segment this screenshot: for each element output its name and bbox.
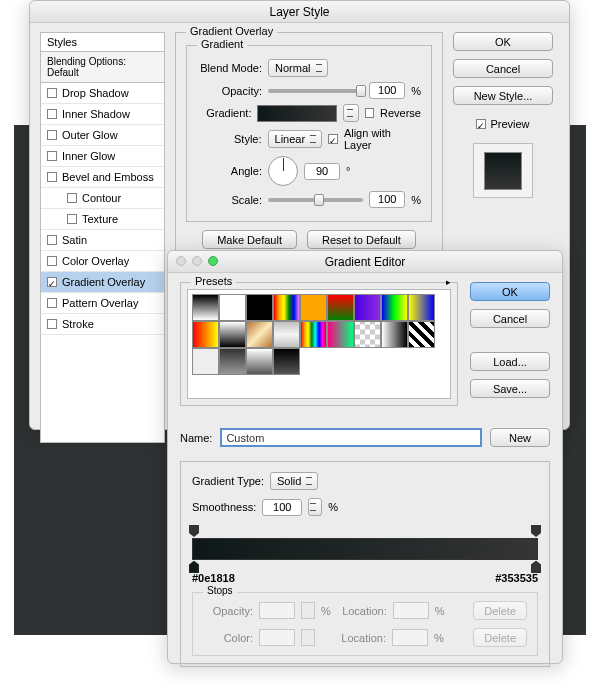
effect-row-texture[interactable]: Texture (41, 209, 164, 230)
preset-swatch-9[interactable] (192, 321, 219, 348)
blending-options-row[interactable]: Blending Options: Default (40, 51, 165, 83)
delete-opacity-stop-button: Delete (473, 601, 527, 620)
right-stop-hex: #353535 (495, 572, 538, 584)
smoothness-stepper[interactable] (308, 498, 322, 516)
preset-swatch-12[interactable] (273, 321, 300, 348)
effect-row-inner-glow[interactable]: Inner Glow (41, 146, 164, 167)
ge-load-button[interactable]: Load... (470, 352, 550, 371)
preset-swatch-18[interactable] (192, 348, 219, 375)
preset-swatch-14[interactable] (327, 321, 354, 348)
preset-swatch-8[interactable] (408, 294, 435, 321)
smoothness-value[interactable]: 100 (262, 499, 302, 516)
effect-checkbox[interactable] (47, 88, 57, 98)
angle-value[interactable]: 90 (304, 163, 340, 180)
stop-location-unit-2: % (434, 632, 444, 644)
effect-row-drop-shadow[interactable]: Drop Shadow (41, 83, 164, 104)
scale-value[interactable]: 100 (369, 191, 405, 208)
scale-slider[interactable] (268, 198, 363, 202)
preset-swatch-6[interactable] (354, 294, 381, 321)
preset-swatch-0[interactable] (192, 294, 219, 321)
effect-checkbox[interactable] (47, 298, 57, 308)
new-preset-button[interactable]: New (490, 428, 550, 447)
effect-checkbox[interactable] (47, 319, 57, 329)
preset-swatch-4[interactable] (300, 294, 327, 321)
ge-ok-button[interactable]: OK (470, 282, 550, 301)
effect-checkbox[interactable] (47, 256, 57, 266)
preset-swatch-17[interactable] (408, 321, 435, 348)
effect-checkbox[interactable] (47, 109, 57, 119)
name-input[interactable]: Custom (220, 428, 482, 447)
effect-row-gradient-overlay[interactable]: Gradient Overlay (41, 272, 164, 293)
ge-save-button[interactable]: Save... (470, 379, 550, 398)
stop-opacity-stepper (301, 602, 315, 619)
make-default-button[interactable]: Make Default (202, 230, 297, 249)
presets-menu-icon[interactable]: ▸ (446, 277, 451, 287)
svg-marker-2 (189, 561, 199, 573)
ok-button[interactable]: OK (453, 32, 553, 51)
close-window-icon[interactable] (176, 256, 186, 266)
reset-default-button[interactable]: Reset to Default (307, 230, 416, 249)
color-stop-left[interactable] (189, 561, 199, 573)
preset-swatch-1[interactable] (219, 294, 246, 321)
effect-label: Texture (82, 213, 118, 225)
preset-swatch-13[interactable] (300, 321, 327, 348)
opacity-value[interactable]: 100 (369, 82, 405, 99)
preset-swatch-16[interactable] (381, 321, 408, 348)
opacity-stop-right[interactable] (531, 525, 541, 537)
gradient-bar[interactable] (192, 538, 538, 560)
angle-dial[interactable] (268, 156, 298, 186)
effect-row-pattern-overlay[interactable]: Pattern Overlay (41, 293, 164, 314)
effect-row-outer-glow[interactable]: Outer Glow (41, 125, 164, 146)
effect-row-stroke[interactable]: Stroke (41, 314, 164, 335)
reverse-checkbox[interactable] (365, 108, 374, 118)
effect-row-color-overlay[interactable]: Color Overlay (41, 251, 164, 272)
window-controls (176, 256, 218, 266)
new-style-button[interactable]: New Style... (453, 86, 553, 105)
color-stop-right[interactable] (531, 561, 541, 573)
preset-swatch-15[interactable] (354, 321, 381, 348)
gradient-picker-arrow[interactable] (343, 104, 359, 122)
styles-header[interactable]: Styles (40, 32, 165, 51)
effect-row-bevel-and-emboss[interactable]: Bevel and Emboss (41, 167, 164, 188)
preset-swatch-3[interactable] (273, 294, 300, 321)
effect-checkbox[interactable] (47, 277, 57, 287)
opacity-stop-left[interactable] (189, 525, 199, 537)
effect-label: Inner Shadow (62, 108, 130, 120)
stop-opacity-label: Opacity: (203, 605, 253, 617)
preset-swatch-7[interactable] (381, 294, 408, 321)
effect-checkbox[interactable] (67, 193, 77, 203)
effect-label: Gradient Overlay (62, 276, 145, 288)
effect-row-satin[interactable]: Satin (41, 230, 164, 251)
cancel-button[interactable]: Cancel (453, 59, 553, 78)
gradient-editor-dialog: Gradient Editor Presets ▸ OK Cancel Load… (167, 250, 563, 664)
minimize-window-icon[interactable] (192, 256, 202, 266)
effect-checkbox[interactable] (47, 130, 57, 140)
gradient-swatch[interactable] (257, 105, 337, 122)
preset-swatch-5[interactable] (327, 294, 354, 321)
opacity-slider[interactable] (268, 89, 363, 93)
align-checkbox[interactable] (328, 134, 338, 144)
effect-checkbox[interactable] (47, 151, 57, 161)
preset-swatch-20[interactable] (246, 348, 273, 375)
effect-checkbox[interactable] (47, 235, 57, 245)
svg-marker-1 (531, 525, 541, 537)
preset-swatch-21[interactable] (273, 348, 300, 375)
preview-checkbox[interactable] (476, 119, 486, 129)
preset-swatch-11[interactable] (246, 321, 273, 348)
preset-swatch-19[interactable] (219, 348, 246, 375)
effect-checkbox[interactable] (47, 172, 57, 182)
gradient-type-select[interactable]: Solid (270, 472, 318, 490)
blend-mode-select[interactable]: Normal (268, 59, 328, 77)
preset-swatch-2[interactable] (246, 294, 273, 321)
stop-location-value-2 (392, 629, 428, 646)
effect-row-contour[interactable]: Contour (41, 188, 164, 209)
gradient-definition-panel: Gradient Type: Solid Smoothness: 100 % #… (180, 461, 550, 667)
presets-grid (187, 289, 451, 399)
effect-row-inner-shadow[interactable]: Inner Shadow (41, 104, 164, 125)
stop-opacity-value (259, 602, 295, 619)
style-select[interactable]: Linear (268, 130, 322, 148)
preset-swatch-10[interactable] (219, 321, 246, 348)
effect-checkbox[interactable] (67, 214, 77, 224)
zoom-window-icon[interactable] (208, 256, 218, 266)
ge-cancel-button[interactable]: Cancel (470, 309, 550, 328)
